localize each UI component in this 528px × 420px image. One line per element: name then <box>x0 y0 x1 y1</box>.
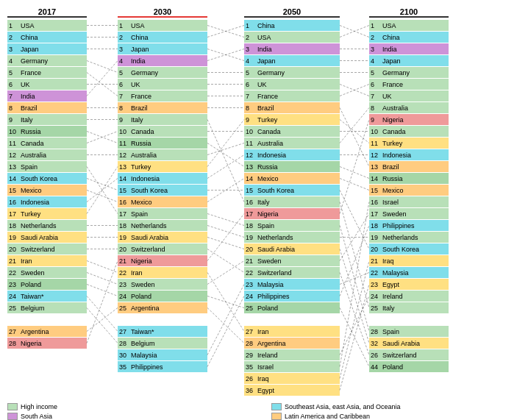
country-name: Iraq <box>382 257 394 265</box>
rank-item: 9Italy <box>118 114 207 125</box>
svg-line-47 <box>207 214 244 261</box>
rank-item: 23Sweden <box>118 279 207 290</box>
rank-number: 5 <box>246 69 257 76</box>
svg-line-44 <box>207 226 244 238</box>
rank-item: 19Saudi Arabia <box>118 232 207 243</box>
rank-number: 3 <box>246 46 257 53</box>
country-name: Malaysia <box>257 281 284 288</box>
svg-line-70 <box>340 120 369 214</box>
svg-line-73 <box>340 249 369 344</box>
country-name: Turkey <box>21 210 40 218</box>
rank-number: 16 <box>371 199 382 206</box>
svg-line-26 <box>87 261 118 344</box>
rank-number: 15 <box>371 187 382 194</box>
rank-item: 23Egypt <box>369 279 449 290</box>
rank-number: 25 <box>246 305 257 312</box>
country-name: USA <box>131 22 145 29</box>
rank-number: 20 <box>246 246 257 253</box>
legend-item: High income <box>7 403 257 410</box>
rank-number: 17 <box>371 210 382 218</box>
rank-number: 20 <box>371 246 382 253</box>
rank-item: 11Turkey <box>369 138 449 149</box>
country-name: Turkey <box>257 116 277 124</box>
year-header-2100: 2100 <box>369 7 449 18</box>
rank-item: 7UK <box>369 90 449 102</box>
rank-item: 8Brazil <box>7 102 87 113</box>
rank-number: 9 <box>119 116 131 124</box>
rank-number: 16 <box>9 199 21 206</box>
svg-line-3 <box>87 61 118 73</box>
connector-svg-3 <box>340 20 369 396</box>
rank-item: 16Israel <box>369 196 449 207</box>
rank-item: 17Spain <box>118 208 207 219</box>
rank-number: 28 <box>9 340 21 347</box>
rank-number: 19 <box>246 234 257 241</box>
rank-number: 27 <box>9 328 21 335</box>
svg-line-35 <box>207 120 244 202</box>
rank-item: 18Philippines <box>369 220 449 231</box>
rank-item: 5Germany <box>369 67 449 78</box>
year-header-2050: 2050 <box>244 7 340 18</box>
svg-line-61 <box>340 108 369 167</box>
connector-2050-2100 <box>340 20 369 396</box>
country-name: Spain <box>21 163 38 171</box>
rank-number: 35 <box>119 363 131 371</box>
country-name: India <box>21 93 35 100</box>
svg-line-78 <box>340 308 369 367</box>
svg-line-25 <box>87 308 118 332</box>
rank-item: 10Canada <box>118 126 207 137</box>
rank-item: 28Spain <box>369 326 449 337</box>
country-name: Egypt <box>382 281 399 288</box>
rank-item: 17Sweden <box>369 208 449 219</box>
country-name: Canada <box>131 128 154 135</box>
column-2050: 1China2USA3India4Japan5Germany6UK7France… <box>244 20 340 396</box>
rank-item: 16Italy <box>244 196 340 207</box>
rank-item: 14Russia <box>369 173 449 184</box>
rank-item: 22Sweden <box>7 267 87 278</box>
rank-item: 16Mexico <box>118 196 207 207</box>
country-name: Russia <box>131 140 151 147</box>
country-name: Switzerland <box>257 269 292 277</box>
country-name: Saudi Arabia <box>131 234 168 241</box>
country-name: Australia <box>21 152 46 159</box>
country-name: Brazil <box>21 104 38 112</box>
country-name: Taiwan* <box>131 328 154 335</box>
rank-number: 6 <box>9 81 21 88</box>
rank-item: 21Sweden <box>244 255 340 266</box>
rank-item <box>244 314 340 325</box>
legend-color-box <box>7 413 18 420</box>
rank-number: 30 <box>119 352 131 359</box>
rank-item: 12Australia <box>118 149 207 160</box>
connector-svg-2 <box>207 20 244 396</box>
country-name: China <box>21 34 38 41</box>
country-name: Brazil <box>382 163 399 171</box>
country-name: Australia <box>382 104 408 112</box>
rank-item: 21Iraq <box>369 255 449 266</box>
rank-number: 23 <box>371 281 382 288</box>
country-name: Indonesia <box>21 199 49 206</box>
country-name: Malaysia <box>131 352 157 359</box>
svg-line-49 <box>207 261 244 285</box>
country-name: Mexico <box>21 187 42 194</box>
rank-number: 8 <box>371 104 382 112</box>
rank-item: 44Poland <box>369 361 449 372</box>
rank-number: 7 <box>119 93 131 100</box>
svg-line-13 <box>87 179 118 191</box>
rank-item: 19Netherlands <box>244 232 340 243</box>
rank-number: 26 <box>246 375 257 382</box>
country-name: UK <box>382 93 392 100</box>
country-name: Mexico <box>382 187 404 194</box>
rank-item: 3India <box>244 43 340 54</box>
rank-number: 12 <box>246 152 257 159</box>
country-name: Mexico <box>257 175 279 182</box>
rank-number: 14 <box>371 175 382 182</box>
country-name: Poland <box>382 363 403 371</box>
country-name: Sweden <box>131 281 155 288</box>
country-name: Poland <box>21 281 41 288</box>
rank-number: 16 <box>246 199 257 206</box>
rank-item: 10Russia <box>7 126 87 137</box>
country-name: South Korea <box>257 187 294 194</box>
country-name: Nigeria <box>131 257 152 265</box>
rank-number: 22 <box>246 269 257 277</box>
year-header-2017: 2017 <box>7 7 87 18</box>
